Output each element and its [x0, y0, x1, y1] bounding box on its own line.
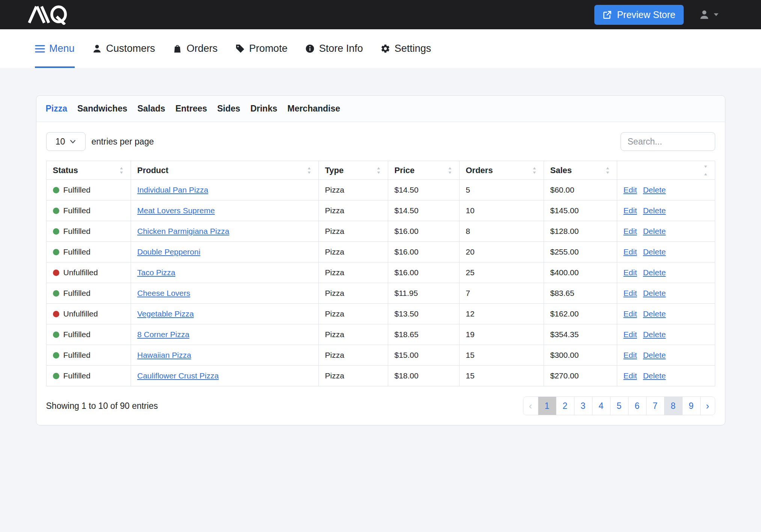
status-cell: Unfulfilled: [46, 262, 131, 283]
edit-link[interactable]: Edit: [624, 247, 637, 256]
price-cell: $14.50: [388, 200, 459, 221]
nav-item-label: Orders: [187, 43, 218, 54]
search-input[interactable]: [621, 132, 715, 151]
product-link[interactable]: Cauliflower Crust Pizza: [137, 371, 219, 380]
table-row: FulfilledCauliflower Crust PizzaPizza$18…: [46, 366, 715, 386]
pagination-prev-button[interactable]: ‹: [523, 397, 538, 415]
pagination-page-9[interactable]: 9: [682, 397, 700, 415]
actions-cell: EditDelete: [617, 324, 715, 345]
tab-drinks[interactable]: Drinks: [250, 104, 277, 114]
delete-link[interactable]: Delete: [643, 185, 666, 194]
tab-merchandise[interactable]: Merchandise: [287, 104, 340, 114]
pagination-page-3[interactable]: 3: [574, 397, 592, 415]
product-link[interactable]: Double Pepperoni: [137, 247, 200, 256]
delete-link[interactable]: Delete: [643, 351, 666, 360]
delete-link[interactable]: Delete: [643, 227, 666, 236]
edit-link[interactable]: Edit: [624, 227, 637, 236]
product-link[interactable]: Chicken Parmigiana Pizza: [137, 227, 229, 235]
edit-link[interactable]: Edit: [624, 371, 637, 380]
table-footer: Showing 1 to 10 of 90 entries ‹123456789…: [46, 396, 715, 415]
product-link[interactable]: Vegetable Pizza: [137, 309, 194, 318]
status: Unfulfilled: [53, 268, 124, 277]
column-header-inner: Price: [395, 166, 453, 175]
column-header-product[interactable]: Product: [131, 161, 318, 180]
status-cell: Fulfilled: [46, 345, 131, 366]
sales-cell: $400.00: [544, 262, 617, 283]
column-header-sales[interactable]: Sales: [544, 161, 617, 180]
product-link[interactable]: 8 Corner Pizza: [137, 330, 190, 339]
type-cell: Pizza: [318, 283, 388, 304]
product-link[interactable]: Hawaiian Pizza: [137, 351, 191, 359]
table-row: UnfulfilledTaco PizzaPizza$16.0025$400.0…: [46, 262, 715, 283]
pagination-page-6[interactable]: 6: [628, 397, 646, 415]
status: Fulfilled: [53, 247, 124, 256]
nav-item-orders[interactable]: Orders: [172, 29, 218, 68]
nav-item-label: Store Info: [319, 43, 363, 54]
status-label: Fulfilled: [63, 351, 90, 360]
status-cell: Fulfilled: [46, 200, 131, 221]
product-link[interactable]: Cheese Lovers: [137, 289, 190, 297]
edit-link[interactable]: Edit: [624, 206, 637, 215]
tab-entrees[interactable]: Entrees: [175, 104, 207, 114]
main-nav: MenuCustomersOrdersPromoteStore InfoSett…: [0, 29, 761, 68]
product-link[interactable]: Individual Pan Pizza: [137, 185, 208, 194]
nav-item-customers[interactable]: Customers: [92, 29, 155, 68]
status: Fulfilled: [53, 289, 124, 298]
status-label: Fulfilled: [63, 247, 90, 256]
gear-icon: [380, 44, 390, 54]
status-dot-fulfilled-icon: [53, 228, 59, 235]
nav-item-settings[interactable]: Settings: [380, 29, 431, 68]
pagination-page-5[interactable]: 5: [610, 397, 628, 415]
column-header-price[interactable]: Price: [388, 161, 459, 180]
pagination-page-8[interactable]: 8: [664, 397, 682, 415]
column-header-type[interactable]: Type: [318, 161, 388, 180]
tab-salads[interactable]: Salads: [137, 104, 165, 114]
edit-link[interactable]: Edit: [624, 351, 637, 360]
pagination-next-button[interactable]: ›: [700, 397, 715, 415]
edit-link[interactable]: Edit: [624, 309, 637, 318]
nav-item-menu[interactable]: Menu: [35, 29, 75, 68]
table-row: FulfilledCheese LoversPizza$11.957$83.65…: [46, 283, 715, 304]
preview-store-label: Preview Store: [617, 9, 675, 20]
product-link[interactable]: Taco Pizza: [137, 268, 176, 277]
delete-link[interactable]: Delete: [643, 309, 666, 318]
preview-store-button[interactable]: Preview Store: [594, 5, 684, 25]
delete-link[interactable]: Delete: [643, 247, 666, 256]
entries-per-page-select[interactable]: 10: [46, 132, 86, 151]
delete-link[interactable]: Delete: [643, 268, 666, 277]
user-account-menu[interactable]: [699, 9, 719, 20]
edit-link[interactable]: Edit: [624, 268, 637, 277]
status-label: Fulfilled: [63, 206, 90, 215]
sales-cell: $270.00: [544, 366, 617, 386]
pagination-page-2[interactable]: 2: [556, 397, 574, 415]
status-dot-fulfilled-icon: [53, 249, 59, 255]
product-link[interactable]: Meat Lovers Supreme: [137, 206, 215, 215]
edit-link[interactable]: Edit: [624, 185, 637, 194]
column-header-actions[interactable]: [617, 161, 715, 180]
status-cell: Fulfilled: [46, 324, 131, 345]
column-header-status[interactable]: Status: [46, 161, 131, 180]
pagination-page-1[interactable]: 1: [538, 397, 556, 415]
nav-item-promote[interactable]: Promote: [235, 29, 288, 68]
product-cell: Taco Pizza: [131, 262, 318, 283]
product-cell: Meat Lovers Supreme: [131, 200, 318, 221]
pagination-page-7[interactable]: 7: [646, 397, 664, 415]
tab-pizza[interactable]: Pizza: [46, 104, 68, 114]
edit-link[interactable]: Edit: [624, 289, 637, 298]
nav-item-store-info[interactable]: Store Info: [305, 29, 363, 68]
delete-link[interactable]: Delete: [643, 206, 666, 215]
table-controls: 10 entries per page: [46, 132, 715, 151]
tab-sandwiches[interactable]: Sandwiches: [77, 104, 127, 114]
column-header-orders[interactable]: Orders: [459, 161, 544, 180]
edit-link[interactable]: Edit: [624, 330, 637, 339]
price-cell: $16.00: [388, 221, 459, 242]
type-cell: Pizza: [318, 200, 388, 221]
delete-link[interactable]: Delete: [643, 330, 666, 339]
delete-link[interactable]: Delete: [643, 289, 666, 298]
tab-sides[interactable]: Sides: [217, 104, 240, 114]
table-row: Fulfilled8 Corner PizzaPizza$18.6519$354…: [46, 324, 715, 345]
delete-link[interactable]: Delete: [643, 371, 666, 380]
pagination-page-4[interactable]: 4: [592, 397, 610, 415]
entries-per-page-value: 10: [56, 137, 65, 147]
status-cell: Fulfilled: [46, 366, 131, 386]
